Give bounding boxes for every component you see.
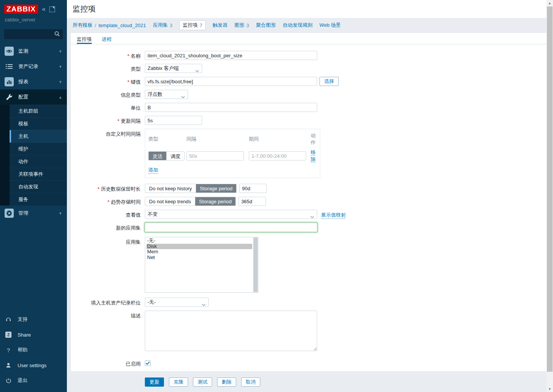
scheduling-toggle[interactable]: 调度 bbox=[167, 152, 184, 160]
help-icon: ? bbox=[5, 346, 12, 354]
type-row: 类型 Zabbix 客户端 bbox=[71, 64, 548, 73]
new-application-label: 新的应用集 bbox=[71, 223, 145, 232]
sidebar-item-inventory[interactable]: 资产记录 ▼ bbox=[0, 59, 67, 74]
nav-item-items[interactable]: 监控项 7 bbox=[179, 20, 206, 30]
key-select-button[interactable]: 选择 bbox=[319, 77, 339, 86]
delete-button[interactable]: 删除 bbox=[217, 377, 236, 387]
breadcrumb-separator: / bbox=[95, 23, 96, 28]
history-row: 历史数据保留时长 Do not keep history Storage per… bbox=[71, 184, 548, 193]
collapse-sidebar-icon[interactable]: « bbox=[42, 5, 45, 13]
description-label: 描述 bbox=[71, 311, 145, 319]
sidebar-item-reports[interactable]: 报表 ▼ bbox=[0, 74, 67, 89]
do-not-keep-history-toggle[interactable]: Do not keep history bbox=[145, 184, 196, 193]
nav-item-discovery-rules[interactable]: 自动发现规则 bbox=[283, 22, 313, 29]
sidebar-item-hosts[interactable]: 主机 bbox=[10, 130, 67, 143]
tab-preprocessing[interactable]: 进程 bbox=[102, 33, 112, 44]
flexible-toggle[interactable]: 灵活 bbox=[149, 152, 167, 160]
sidebar-item-discovery[interactable]: 自动发现 bbox=[10, 180, 67, 193]
trends-row: 趋势存储时间 Do not keep trends Storage period bbox=[71, 197, 548, 206]
remove-interval-link[interactable]: 移除 bbox=[311, 149, 316, 162]
breadcrumb-all-templates[interactable]: 所有模板 bbox=[73, 22, 92, 29]
history-label: 历史数据保留时长 bbox=[71, 184, 145, 193]
trends-period-input[interactable] bbox=[238, 197, 266, 206]
page-scrollbar[interactable]: ▲ ▼ bbox=[547, 0, 553, 392]
applications-listbox[interactable]: -无- Disk Mem Net bbox=[145, 237, 258, 293]
sidebar-item-services[interactable]: 服务 bbox=[10, 193, 67, 206]
scrollbar-thumb[interactable] bbox=[547, 6, 553, 372]
sidebar-item-configuration[interactable]: 配置 ▲ bbox=[0, 89, 67, 105]
sidebar-item-administration[interactable]: 管理 ▼ bbox=[0, 206, 67, 221]
clone-button[interactable]: 克隆 bbox=[169, 377, 188, 387]
info-type-select[interactable]: 浮点数 bbox=[145, 90, 188, 99]
gear-icon bbox=[5, 209, 14, 218]
key-label: 键值 bbox=[71, 77, 145, 86]
test-button[interactable]: 测试 bbox=[193, 377, 212, 387]
sidebar-item-help[interactable]: ? 帮助 bbox=[0, 342, 67, 358]
inventory-select[interactable]: -无- bbox=[145, 298, 209, 307]
nav-item-applications[interactable]: 应用集 3 bbox=[153, 22, 172, 29]
sidebar-item-share[interactable]: Z Share bbox=[0, 327, 67, 342]
type-select[interactable]: Zabbix 客户端 bbox=[145, 64, 202, 73]
show-value-mappings-link[interactable]: 展示值映射 bbox=[321, 212, 346, 219]
application-option-net[interactable]: Net bbox=[146, 255, 252, 261]
sidebar-item-maintenance[interactable]: 维护 bbox=[10, 143, 67, 155]
search-input[interactable] bbox=[5, 31, 54, 37]
cancel-button[interactable]: 取消 bbox=[241, 377, 260, 387]
add-interval-link[interactable]: 添加 bbox=[148, 167, 158, 174]
sidebar-item-actions[interactable]: 动作 bbox=[10, 155, 67, 168]
sidebar-search[interactable] bbox=[4, 29, 63, 39]
enabled-checkbox[interactable] bbox=[145, 360, 151, 366]
breadcrumb: 所有模板 / template_cloud_2021 应用集 3 监控项 7 触… bbox=[67, 18, 553, 32]
col-type: 类型 bbox=[148, 136, 186, 146]
application-option-mem[interactable]: Mem bbox=[146, 249, 252, 255]
wrench-icon bbox=[5, 92, 14, 102]
col-interval: 间隔 bbox=[186, 136, 249, 146]
sidebar-item-event-correlation[interactable]: 关联项事件 bbox=[10, 168, 67, 180]
scroll-up-icon[interactable]: ▲ bbox=[547, 0, 553, 6]
name-row: 名称 bbox=[71, 51, 548, 60]
sidebar-item-user-settings[interactable]: User settings bbox=[0, 358, 67, 373]
sidebar-item-host-groups[interactable]: 主机群组 bbox=[10, 105, 67, 117]
key-input[interactable] bbox=[145, 77, 317, 86]
sidebar-item-label: 管理 bbox=[18, 210, 54, 217]
search-icon[interactable] bbox=[54, 31, 60, 38]
units-input[interactable] bbox=[145, 103, 317, 112]
popout-icon[interactable] bbox=[49, 6, 55, 12]
sidebar-item-templates[interactable]: 模板 bbox=[10, 117, 67, 130]
sidebar-item-label: 报表 bbox=[18, 78, 54, 85]
interval-delay-input[interactable] bbox=[186, 151, 244, 160]
sidebar-item-support[interactable]: 支持 bbox=[0, 312, 67, 327]
type-label: 类型 bbox=[71, 64, 145, 73]
nav-item-screens[interactable]: 聚合图形 bbox=[256, 22, 276, 29]
sidebar-item-logout[interactable]: 退出 bbox=[0, 373, 67, 388]
trends-storage-period-toggle[interactable]: Storage period bbox=[195, 197, 235, 206]
update-interval-input[interactable] bbox=[145, 116, 202, 125]
description-textarea[interactable] bbox=[145, 311, 317, 351]
new-application-input[interactable] bbox=[145, 223, 317, 232]
form-buttons-row: 更新 克隆 测试 删除 取消 bbox=[71, 371, 548, 387]
tab-item[interactable]: 监控项 bbox=[77, 33, 92, 44]
history-storage-period-toggle[interactable]: Storage period bbox=[196, 184, 236, 193]
chevron-down-icon bbox=[202, 301, 206, 307]
scroll-down-icon[interactable]: ▼ bbox=[547, 386, 553, 392]
breadcrumb-template-name[interactable]: template_cloud_2021 bbox=[99, 23, 146, 28]
history-period-input[interactable] bbox=[239, 184, 267, 193]
application-option-none[interactable]: -无- bbox=[146, 238, 252, 244]
nav-item-web-scenarios[interactable]: Web 场景 bbox=[319, 22, 341, 29]
do-not-keep-trends-toggle[interactable]: Do not keep trends bbox=[145, 197, 195, 206]
footer-item-label: 支持 bbox=[18, 316, 28, 323]
new-application-row: 新的应用集 bbox=[71, 223, 548, 232]
update-button[interactable]: 更新 bbox=[145, 377, 164, 387]
zabbix-logo[interactable]: ZABBIX bbox=[4, 5, 38, 14]
nav-item-triggers[interactable]: 触发器 bbox=[212, 22, 227, 29]
listbox-scrollbar[interactable] bbox=[253, 237, 258, 292]
interval-period-input[interactable] bbox=[249, 151, 306, 160]
name-input[interactable] bbox=[145, 51, 317, 60]
footer-item-label: 退出 bbox=[18, 377, 28, 384]
report-icon bbox=[5, 77, 14, 86]
nav-item-graphs[interactable]: 图形 3 bbox=[234, 22, 249, 29]
show-value-select[interactable]: 不变 bbox=[145, 210, 317, 219]
sidebar-item-monitoring[interactable]: 监测 ▼ bbox=[0, 44, 67, 59]
application-option-disk[interactable]: Disk bbox=[146, 244, 252, 249]
chevron-down-icon bbox=[195, 68, 199, 73]
